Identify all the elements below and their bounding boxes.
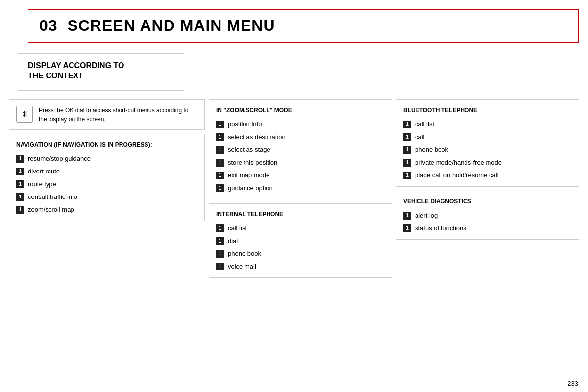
ok-dial-icon: ✳ bbox=[16, 106, 33, 122]
bt-item-text-4: private mode/hands-free mode bbox=[415, 159, 502, 166]
badge-2: 1 bbox=[16, 168, 24, 175]
bt-item-text-1: call list bbox=[415, 121, 434, 128]
nav-item-2: 1 divert route bbox=[16, 168, 197, 175]
internal-item-2: 1 dial bbox=[216, 237, 385, 245]
nav-item-text-1: resume/stop guidance bbox=[28, 155, 91, 162]
bt-item-3: 1 phone book bbox=[403, 146, 572, 154]
badge-5: 1 bbox=[16, 206, 24, 214]
zoom-item-2: 1 select as destination bbox=[216, 133, 385, 141]
internal-item-4: 1 voice mail bbox=[216, 263, 385, 270]
zoom-item-text-1: position info bbox=[228, 121, 262, 128]
vd-item-text-1: alert log bbox=[415, 212, 438, 219]
zoom-item-text-3: select as stage bbox=[228, 146, 270, 153]
right-columns: IN "ZOOM/SCROLL" MODE 1 position info 1 … bbox=[209, 99, 579, 278]
bluetooth-title: BLUETOOTH TELEPHONE bbox=[403, 107, 572, 114]
internal-item-1: 1 call list bbox=[216, 224, 385, 232]
zoom-badge-2: 1 bbox=[216, 133, 224, 141]
bt-badge-4: 1 bbox=[403, 159, 411, 167]
bluetooth-items: 1 call list 1 call 1 phone book 1 privat… bbox=[403, 121, 572, 179]
bt-item-2: 1 call bbox=[403, 133, 572, 141]
internal-badge-1: 1 bbox=[216, 224, 224, 232]
internal-item-text-1: call list bbox=[228, 224, 247, 232]
bt-item-1: 1 call list bbox=[403, 121, 572, 128]
page-title: 03 SCREEN AND MAIN MENU bbox=[20, 17, 568, 35]
zoom-badge-3: 1 bbox=[216, 146, 224, 154]
internal-item-3: 1 phone book bbox=[216, 250, 385, 258]
vehicle-diagnostics-items: 1 alert log 1 status of functions bbox=[403, 212, 572, 232]
navigation-box: NAVIGATION (IF NAVIGATION IS IN PROGRESS… bbox=[9, 134, 205, 221]
zoom-scroll-items: 1 position info 1 select as destination … bbox=[216, 121, 385, 192]
zoom-item-text-2: select as destination bbox=[228, 133, 286, 141]
bluetooth-box: BLUETOOTH TELEPHONE 1 call list 1 call 1… bbox=[396, 99, 579, 187]
vd-badge-2: 1 bbox=[403, 224, 411, 232]
zoom-item-5: 1 exit map mode bbox=[216, 172, 385, 179]
internal-item-text-2: dial bbox=[228, 237, 238, 245]
info-text: Press the OK dial to access short-cut me… bbox=[39, 106, 197, 123]
nav-item-text-4: consult traffic info bbox=[28, 193, 77, 200]
vehicle-diagnostics-title: VEHICLE DIAGNOSTICS bbox=[403, 198, 572, 205]
rightmost-column: BLUETOOTH TELEPHONE 1 call list 1 call 1… bbox=[396, 99, 579, 278]
left-column: ✳ Press the OK dial to access short-cut … bbox=[9, 99, 205, 278]
bt-badge-3: 1 bbox=[403, 146, 411, 154]
nav-item-1: 1 resume/stop guidance bbox=[16, 155, 197, 163]
zoom-badge-4: 1 bbox=[216, 159, 224, 167]
badge-3: 1 bbox=[16, 180, 24, 188]
internal-item-text-4: voice mail bbox=[228, 263, 256, 270]
zoom-item-text-5: exit map mode bbox=[228, 172, 270, 179]
info-box: ✳ Press the OK dial to access short-cut … bbox=[9, 99, 205, 130]
bt-badge-2: 1 bbox=[403, 133, 411, 141]
zoom-item-4: 1 store this position bbox=[216, 159, 385, 167]
vehicle-diagnostics-box: VEHICLE DIAGNOSTICS 1 alert log 1 status… bbox=[396, 191, 579, 240]
vd-item-text-2: status of functions bbox=[415, 224, 466, 232]
internal-telephone-box: INTERNAL TELEPHONE 1 call list 1 dial 1 … bbox=[209, 203, 392, 278]
internal-telephone-title: INTERNAL TELEPHONE bbox=[216, 211, 385, 218]
context-title: DISPLAY ACCORDING TO THE CONTEXT bbox=[28, 61, 174, 81]
zoom-item-6: 1 guidance option bbox=[216, 184, 385, 192]
zoom-scroll-title: IN "ZOOM/SCROLL" MODE bbox=[216, 107, 385, 114]
nav-item-text-3: route type bbox=[28, 180, 56, 188]
zoom-item-1: 1 position info bbox=[216, 121, 385, 128]
badge-1: 1 bbox=[16, 155, 24, 163]
zoom-badge-6: 1 bbox=[216, 184, 224, 192]
page-number: 233 bbox=[567, 380, 578, 387]
zoom-item-text-4: store this position bbox=[228, 159, 277, 166]
zoom-item-3: 1 select as stage bbox=[216, 146, 385, 154]
vd-item-2: 1 status of functions bbox=[403, 224, 572, 232]
zoom-badge-5: 1 bbox=[216, 172, 224, 179]
zoom-scroll-box: IN "ZOOM/SCROLL" MODE 1 position info 1 … bbox=[209, 99, 392, 199]
context-section: DISPLAY ACCORDING TO THE CONTEXT bbox=[18, 53, 184, 91]
zoom-item-text-6: guidance option bbox=[228, 184, 273, 192]
bt-badge-5: 1 bbox=[403, 172, 411, 179]
nav-item-text-2: divert route bbox=[28, 168, 60, 175]
main-content: ✳ Press the OK dial to access short-cut … bbox=[9, 99, 579, 278]
navigation-items: 1 resume/stop guidance 1 divert route 1 … bbox=[16, 155, 197, 214]
bt-item-5: 1 place call on hold/resume call bbox=[403, 172, 572, 179]
nav-item-text-5: zoom/scroll map bbox=[28, 206, 74, 213]
middle-column: IN "ZOOM/SCROLL" MODE 1 position info 1 … bbox=[209, 99, 392, 278]
bt-item-text-3: phone book bbox=[415, 146, 448, 153]
internal-badge-2: 1 bbox=[216, 237, 224, 245]
nav-item-3: 1 route type bbox=[16, 180, 197, 188]
vd-badge-1: 1 bbox=[403, 212, 411, 220]
bt-item-4: 1 private mode/hands-free mode bbox=[403, 159, 572, 167]
internal-badge-3: 1 bbox=[216, 250, 224, 258]
internal-item-text-3: phone book bbox=[228, 250, 261, 257]
vd-item-1: 1 alert log bbox=[403, 212, 572, 220]
nav-item-4: 1 consult traffic info bbox=[16, 193, 197, 201]
internal-badge-4: 1 bbox=[216, 263, 224, 270]
internal-telephone-items: 1 call list 1 dial 1 phone book 1 voice … bbox=[216, 224, 385, 270]
nav-item-5: 1 zoom/scroll map bbox=[16, 206, 197, 214]
zoom-badge-1: 1 bbox=[216, 121, 224, 128]
bt-item-text-5: place call on hold/resume call bbox=[415, 172, 499, 179]
bt-badge-1: 1 bbox=[403, 121, 411, 128]
page-header: 03 SCREEN AND MAIN MENU bbox=[9, 9, 579, 43]
bt-item-text-2: call bbox=[415, 133, 425, 141]
badge-4: 1 bbox=[16, 193, 24, 201]
navigation-box-title: NAVIGATION (IF NAVIGATION IS IN PROGRESS… bbox=[16, 141, 197, 148]
